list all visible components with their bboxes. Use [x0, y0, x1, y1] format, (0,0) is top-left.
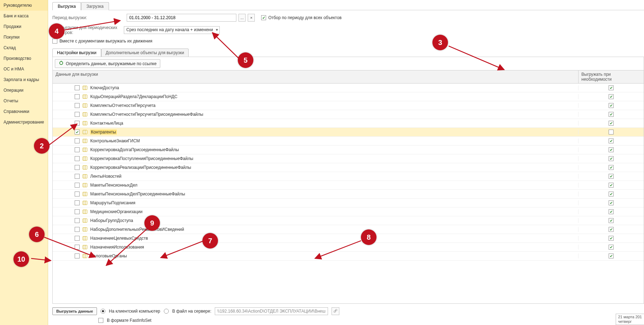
row-need-checkbox[interactable] — [609, 130, 614, 135]
col-header-need[interactable]: Выгружать при необходимости — [579, 70, 644, 83]
sidebar-item-4[interactable]: Склад — [0, 42, 48, 53]
row-need-checkbox[interactable] — [609, 245, 614, 250]
row-need-checkbox[interactable] — [609, 227, 614, 232]
with-docs-checkbox[interactable] — [52, 39, 57, 44]
row-need-checkbox[interactable] — [609, 121, 614, 126]
radio-client[interactable] — [100, 309, 105, 314]
row-select-checkbox[interactable] — [75, 183, 80, 188]
row-select-checkbox[interactable] — [75, 174, 80, 179]
periodic-select[interactable]: Срез последних на дату начала + изменени — [124, 26, 220, 34]
sidebar-item-11[interactable]: Администрирование — [0, 117, 48, 127]
table-row[interactable]: КорректировкаДолгаПрисоединенныеФайлы — [53, 146, 644, 154]
server-path-input[interactable] — [215, 307, 328, 315]
row-need-checkbox[interactable] — [609, 165, 614, 170]
table-row[interactable]: МакетыПенсионныхДелПрисоединенныеФайлы — [53, 190, 644, 199]
subtab-settings[interactable]: Настройки выгрузки — [52, 49, 101, 57]
row-select-checkbox[interactable] — [75, 253, 80, 258]
row-select-checkbox[interactable] — [75, 165, 80, 170]
table-row[interactable]: КодыОперацийРаздела7ДекларацииПоНДС — [53, 92, 644, 101]
row-select-checkbox[interactable] — [75, 138, 80, 143]
svg-rect-43 — [83, 210, 87, 214]
table-row[interactable]: НаборыГруппДоступа — [53, 216, 644, 225]
row-select-checkbox[interactable] — [75, 130, 80, 135]
row-need-checkbox[interactable] — [609, 138, 614, 143]
table-row[interactable]: НазначенияИспользования — [53, 243, 644, 252]
row-need-checkbox[interactable] — [609, 156, 614, 161]
row-select-checkbox[interactable] — [75, 245, 80, 250]
tab-export[interactable]: Выгрузка — [52, 2, 81, 10]
table-row[interactable]: КомплектыОтчетностиПерсучетаПрисоединенн… — [53, 110, 644, 119]
server-path-browse-button[interactable] — [332, 307, 339, 315]
table-row[interactable]: Контрагенты — [53, 128, 644, 137]
radio-server[interactable] — [164, 309, 169, 314]
row-need-cell — [579, 94, 644, 99]
row-select-checkbox[interactable] — [75, 156, 80, 161]
svg-rect-31 — [83, 175, 87, 178]
row-select-checkbox[interactable] — [75, 218, 80, 223]
row-need-checkbox[interactable] — [609, 94, 614, 99]
table-row[interactable]: МаршрутыПодписания — [53, 199, 644, 207]
table-row[interactable]: КорректировкаПоступленияПрисоединенныеФа… — [53, 154, 644, 163]
tab-import[interactable]: Загрузка — [81, 2, 109, 10]
row-need-checkbox[interactable] — [609, 200, 614, 205]
table-row[interactable]: ЛентыНовостей — [53, 172, 644, 181]
row-need-checkbox[interactable] — [609, 253, 614, 258]
svg-point-0 — [60, 62, 63, 65]
table-row[interactable]: МедицинскиеОрганизации — [53, 207, 644, 216]
row-select-checkbox[interactable] — [75, 192, 80, 196]
detect-data-button[interactable]: Определить данные, выгружаемые по ссылке — [55, 59, 160, 68]
row-select-checkbox[interactable] — [75, 147, 80, 152]
row-select-checkbox[interactable] — [75, 200, 80, 205]
row-select-checkbox[interactable] — [75, 85, 80, 90]
col-header-name[interactable]: Данные для выгрузки — [53, 70, 579, 83]
table-row[interactable]: КорректировкаРеализацииПрисоединенныеФай… — [53, 163, 644, 172]
row-select-checkbox[interactable] — [75, 236, 80, 241]
row-select-checkbox[interactable] — [75, 103, 80, 108]
row-select-checkbox[interactable] — [75, 94, 80, 99]
filter-all-checkbox[interactable] — [261, 15, 266, 20]
row-select-checkbox[interactable] — [75, 112, 80, 117]
sidebar-item-2[interactable]: Продажи — [0, 21, 48, 32]
period-clear-button[interactable]: × — [248, 14, 255, 22]
period-ellipsis-button[interactable]: ... — [238, 14, 246, 22]
row-need-checkbox[interactable] — [609, 183, 614, 188]
sidebar-item-10[interactable]: Справочники — [0, 106, 48, 117]
catalog-icon — [82, 200, 87, 205]
catalog-icon — [82, 245, 87, 250]
row-need-checkbox[interactable] — [609, 209, 614, 214]
table-row[interactable]: НаборыДополнительныхРеквизитовИСведений — [53, 225, 644, 234]
export-button[interactable]: Выгрузить данные — [52, 307, 97, 315]
row-select-checkbox[interactable] — [75, 227, 80, 232]
row-need-cell — [579, 121, 644, 126]
table-row[interactable]: МакетыПенсионныхДел — [53, 181, 644, 190]
subtab-extra[interactable]: Дополнительные объекты для выгрузки — [101, 49, 189, 57]
sidebar-item-0[interactable]: Руководителю — [0, 0, 48, 11]
row-need-checkbox[interactable] — [609, 85, 614, 90]
row-need-checkbox[interactable] — [609, 192, 614, 196]
table-row[interactable]: НазначениеЦелевыхСредств — [53, 234, 644, 243]
period-input[interactable] — [127, 14, 236, 22]
sidebar-item-8[interactable]: Операции — [0, 85, 48, 96]
row-need-checkbox[interactable] — [609, 147, 614, 152]
table-row[interactable]: КонтактныеЛица — [53, 119, 644, 128]
row-need-checkbox[interactable] — [609, 236, 614, 241]
sidebar-item-7[interactable]: Зарплата и кадры — [0, 74, 48, 85]
row-label: КонтактныеЛица — [90, 121, 123, 126]
fastinfoset-checkbox[interactable] — [98, 318, 103, 323]
table-row[interactable]: КлючиДоступа — [53, 84, 644, 92]
table-row[interactable]: КомплектыОтчетностиПерсучета — [53, 101, 644, 110]
row-select-checkbox[interactable] — [75, 121, 80, 126]
table-row[interactable]: НалоговыеОрганы — [53, 252, 644, 261]
sidebar-item-6[interactable]: ОС и НМА — [0, 64, 48, 74]
row-need-checkbox[interactable] — [609, 174, 614, 179]
row-select-checkbox[interactable] — [75, 209, 80, 214]
sidebar-item-5[interactable]: Производство — [0, 53, 48, 64]
sidebar-item-1[interactable]: Банк и касса — [0, 11, 48, 21]
fastinfoset-label: В формате FastInfoSet — [107, 318, 151, 323]
row-need-checkbox[interactable] — [609, 218, 614, 223]
row-need-checkbox[interactable] — [609, 103, 614, 108]
sidebar-item-9[interactable]: Отчеты — [0, 96, 48, 106]
sidebar-item-3[interactable]: Покупки — [0, 32, 48, 42]
row-need-checkbox[interactable] — [609, 112, 614, 117]
table-row[interactable]: КонтрольныеЗнакиГИСМ — [53, 137, 644, 146]
